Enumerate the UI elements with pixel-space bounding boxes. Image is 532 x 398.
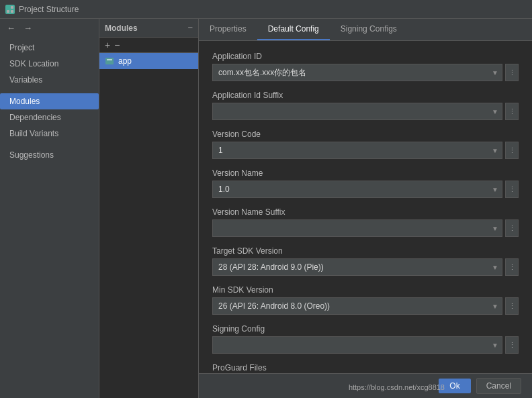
title-bar-text: Project Structure bbox=[19, 5, 79, 14]
field-label-min-sdk: Min SDK Version bbox=[212, 285, 519, 295]
svg-rect-4 bbox=[105, 58, 114, 64]
tabs-bar: Properties Default Config Signing Config… bbox=[199, 19, 532, 41]
app-id-suffix-input[interactable] bbox=[212, 103, 502, 120]
tab-default-config[interactable]: Default Config bbox=[257, 19, 330, 40]
application-id-wrapper: ▼ bbox=[212, 64, 502, 81]
field-row-target-sdk: ▼ ⋮ bbox=[212, 258, 519, 276]
field-row-version-code: ▼ ⋮ bbox=[212, 142, 519, 159]
field-label-application-id: Application ID bbox=[212, 52, 519, 61]
field-group-version-name-suffix: Version Name Suffix ▼ ⋮ bbox=[212, 207, 519, 237]
bottom-bar: https://blog.csdn.net/xcg8818 Ok Cancel bbox=[199, 373, 532, 398]
app-id-suffix-edit-button[interactable]: ⋮ bbox=[505, 103, 519, 120]
sidebar-item-dependencies[interactable]: Dependencies bbox=[0, 109, 99, 126]
version-code-wrapper: ▼ bbox=[212, 142, 502, 159]
field-label-app-id-suffix: Application Id Suffix bbox=[212, 91, 519, 100]
project-structure-icon bbox=[5, 5, 15, 14]
min-sdk-edit-button[interactable]: ⋮ bbox=[505, 297, 519, 315]
title-bar: Project Structure bbox=[0, 0, 532, 19]
target-sdk-input[interactable] bbox=[212, 258, 502, 276]
sidebar-item-sdk-location[interactable]: SDK Location bbox=[0, 56, 99, 72]
application-id-input[interactable] bbox=[212, 64, 502, 81]
signing-config-wrapper: ▼ bbox=[212, 336, 502, 354]
remove-module-button[interactable]: − bbox=[114, 40, 120, 50]
field-label-version-name-suffix: Version Name Suffix bbox=[212, 207, 519, 217]
sidebar-item-suggestions[interactable]: Suggestions bbox=[0, 147, 99, 163]
watermark: https://blog.csdn.net/xcg8818 bbox=[349, 383, 445, 391]
target-sdk-edit-button[interactable]: ⋮ bbox=[505, 258, 519, 276]
field-row-signing-config: ▼ ⋮ bbox=[212, 336, 519, 354]
tab-properties[interactable]: Properties bbox=[199, 19, 257, 40]
sidebar: ← → Project SDK Location Variables Modul… bbox=[0, 19, 99, 398]
module-list: app bbox=[99, 53, 198, 398]
nav-back-button[interactable]: ← bbox=[5, 23, 17, 33]
field-label-signing-config: Signing Config bbox=[212, 324, 519, 334]
field-row-version-name: ▼ ⋮ bbox=[212, 181, 519, 198]
version-name-input[interactable] bbox=[212, 181, 502, 198]
tab-signing-configs[interactable]: Signing Configs bbox=[330, 19, 408, 40]
signing-config-edit-button[interactable]: ⋮ bbox=[505, 336, 519, 354]
sidebar-item-build-variants[interactable]: Build Variants bbox=[0, 126, 99, 142]
module-item-label: app bbox=[118, 56, 132, 66]
field-group-min-sdk: Min SDK Version ▼ ⋮ bbox=[212, 285, 519, 315]
min-sdk-input[interactable] bbox=[212, 297, 502, 315]
sidebar-item-variables[interactable]: Variables bbox=[0, 72, 99, 88]
nav-forward-button[interactable]: → bbox=[22, 23, 34, 33]
field-label-version-code: Version Code bbox=[212, 130, 519, 139]
content-panel: Properties Default Config Signing Config… bbox=[199, 19, 532, 398]
modules-toolbar: + − bbox=[99, 38, 198, 53]
version-code-edit-button[interactable]: ⋮ bbox=[505, 142, 519, 159]
field-group-target-sdk: Target SDK Version ▼ ⋮ bbox=[212, 246, 519, 276]
module-item-app[interactable]: app bbox=[99, 53, 198, 69]
nav-controls: ← → bbox=[0, 19, 99, 37]
min-sdk-wrapper: ▼ bbox=[212, 297, 502, 315]
app-id-suffix-wrapper: ▼ bbox=[212, 103, 502, 120]
version-name-suffix-edit-button[interactable]: ⋮ bbox=[505, 219, 519, 237]
version-name-suffix-input[interactable] bbox=[212, 219, 502, 237]
svg-rect-0 bbox=[7, 6, 9, 9]
target-sdk-wrapper: ▼ bbox=[212, 258, 502, 276]
field-label-proguard: ProGuard Files bbox=[212, 363, 519, 372]
module-app-icon bbox=[105, 56, 114, 66]
field-group-signing-config: Signing Config ▼ ⋮ bbox=[212, 324, 519, 354]
field-group-version-code: Version Code ▼ ⋮ bbox=[212, 130, 519, 159]
svg-rect-3 bbox=[11, 10, 13, 13]
modules-panel: Modules − + − app bbox=[99, 19, 199, 398]
field-group-version-name: Version Name ▼ ⋮ bbox=[212, 168, 519, 198]
field-row-application-id: ▼ ⋮ bbox=[212, 64, 519, 81]
sidebar-item-modules[interactable]: Modules bbox=[0, 93, 99, 109]
field-label-target-sdk: Target SDK Version bbox=[212, 246, 519, 256]
version-code-input[interactable] bbox=[212, 142, 502, 159]
version-name-wrapper: ▼ bbox=[212, 181, 502, 198]
cancel-button[interactable]: Cancel bbox=[476, 378, 521, 394]
svg-rect-5 bbox=[107, 59, 112, 60]
proguard-section: ProGuard Files V bbox=[212, 363, 519, 373]
add-module-button[interactable]: + bbox=[105, 40, 110, 50]
field-label-version-name: Version Name bbox=[212, 168, 519, 178]
signing-config-input[interactable] bbox=[212, 336, 502, 354]
modules-minimize-button[interactable]: − bbox=[187, 23, 193, 33]
content-scroll[interactable]: Application ID ▼ ⋮ Application Id Suffix… bbox=[199, 41, 532, 373]
sidebar-nav: Project SDK Location Variables Modules D… bbox=[0, 37, 99, 166]
svg-rect-2 bbox=[7, 10, 9, 13]
field-row-app-id-suffix: ▼ ⋮ bbox=[212, 103, 519, 120]
main-layout: ← → Project SDK Location Variables Modul… bbox=[0, 19, 532, 398]
version-name-suffix-wrapper: ▼ bbox=[212, 219, 502, 237]
field-group-app-id-suffix: Application Id Suffix ▼ ⋮ bbox=[212, 91, 519, 120]
svg-rect-1 bbox=[11, 6, 13, 9]
application-id-edit-button[interactable]: ⋮ bbox=[505, 64, 519, 81]
field-row-version-name-suffix: ▼ ⋮ bbox=[212, 219, 519, 237]
field-group-application-id: Application ID ▼ ⋮ bbox=[212, 52, 519, 81]
field-row-min-sdk: ▼ ⋮ bbox=[212, 297, 519, 315]
version-name-edit-button[interactable]: ⋮ bbox=[505, 181, 519, 198]
sidebar-item-project[interactable]: Project bbox=[0, 40, 99, 56]
modules-header: Modules − bbox=[99, 19, 198, 38]
modules-title: Modules bbox=[105, 23, 138, 33]
